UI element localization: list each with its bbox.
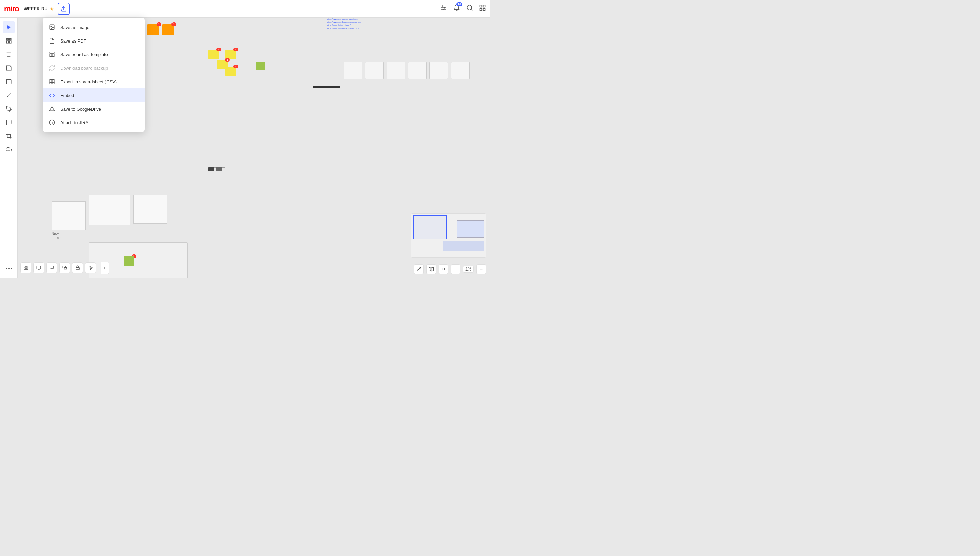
svg-rect-14 (9, 39, 11, 40)
embed-icon (48, 92, 55, 99)
svg-rect-33 (50, 79, 55, 84)
menu-item-save-pdf[interactable]: Save as PDF (42, 34, 145, 48)
zoom-in-button[interactable]: + (476, 264, 486, 274)
svg-rect-46 (76, 267, 80, 270)
menu-item-export-csv[interactable]: Export to spreadsheet (CSV) (42, 75, 145, 89)
sidebar-item-sticky[interactable] (3, 62, 15, 74)
board-black-bar (313, 86, 340, 88)
save-pdf-label: Save as PDF (60, 39, 86, 44)
menu-item-save-template[interactable]: Save board as Template (42, 48, 145, 61)
bottom-tool-chat[interactable] (46, 262, 57, 273)
svg-point-27 (11, 268, 12, 269)
sidebar-item-upload[interactable] (3, 144, 15, 156)
sticky-notification: 1 (225, 58, 230, 61)
svg-rect-9 (480, 5, 482, 8)
sticky-notification: 1 (157, 23, 161, 26)
board-frames-row (344, 62, 470, 79)
bottom-tool-grid[interactable] (20, 262, 31, 273)
svg-rect-22 (6, 79, 11, 84)
sidebar-item-line[interactable] (3, 89, 15, 102)
export-csv-label: Export to spreadsheet (CSV) (60, 79, 117, 84)
save-image-label: Save as image (60, 25, 89, 30)
minimap-item-1 (457, 220, 484, 238)
minimap-inner (412, 214, 486, 257)
sidebar-item-text[interactable] (3, 48, 15, 61)
bottom-tool-present[interactable] (33, 262, 44, 273)
svg-rect-31 (50, 54, 52, 57)
sidebar-item-frames[interactable] (3, 35, 15, 47)
save-gdrive-label: Save to GoogleDrive (60, 107, 101, 112)
svg-line-23 (7, 94, 11, 97)
zoom-controls: − 1% + (414, 264, 486, 274)
sidebar-item-comment[interactable] (3, 116, 15, 129)
notifications-icon[interactable]: 18 (453, 5, 460, 13)
sidebar-item-more[interactable] (3, 262, 15, 275)
zoom-fit-icon[interactable] (414, 264, 424, 274)
svg-rect-12 (483, 8, 485, 11)
svg-point-5 (444, 7, 446, 8)
fit-width-icon[interactable] (439, 264, 448, 274)
notification-badge: 18 (456, 2, 462, 6)
board-stickies-top: 1 1 (147, 24, 174, 36)
minimap[interactable] (411, 213, 486, 258)
svg-rect-15 (6, 41, 8, 43)
star-icon[interactable]: ★ (50, 6, 54, 11)
zoom-map-icon[interactable] (426, 264, 436, 274)
settings-icon[interactable] (440, 5, 447, 13)
attach-jira-label: Attach to JIRA (60, 120, 89, 125)
search-icon[interactable] (466, 5, 473, 13)
svg-rect-13 (6, 39, 8, 40)
export-button[interactable] (58, 3, 70, 15)
svg-marker-47 (89, 266, 92, 270)
save-pdf-icon (48, 37, 55, 44)
board-dark-squares (208, 167, 222, 171)
download-backup-icon (48, 65, 55, 71)
svg-rect-39 (26, 266, 27, 267)
board-sticky-single: 1 (18, 144, 333, 155)
board-name[interactable]: WEEEK.RU (24, 6, 48, 11)
sidebar-item-shape[interactable] (3, 76, 15, 88)
sidebar-item-cursor[interactable] (3, 21, 15, 33)
svg-marker-50 (429, 267, 433, 271)
svg-point-6 (443, 9, 444, 10)
grid-icon[interactable] (479, 5, 486, 13)
zoom-out-button[interactable]: − (451, 264, 460, 274)
sidebar-item-crop[interactable] (3, 130, 15, 142)
left-sidebar (0, 18, 18, 278)
menu-item-save-image[interactable]: Save as image (42, 20, 145, 34)
download-backup-label: Download board backup (60, 66, 108, 71)
svg-line-8 (471, 9, 472, 11)
bottom-tool-multiscreen[interactable] (59, 262, 70, 273)
menu-item-attach-jira[interactable]: Attach to JIRA (42, 116, 145, 129)
topbar-right: 18 (440, 5, 486, 13)
zoom-level-label: 1% (463, 266, 474, 273)
svg-point-26 (8, 268, 10, 269)
svg-rect-16 (9, 41, 11, 43)
save-template-icon (48, 51, 55, 58)
embed-label: Embed (60, 93, 74, 98)
sticky-notification: 1 (233, 48, 238, 52)
svg-rect-32 (52, 54, 55, 57)
toolbar-collapse-btn[interactable] (101, 262, 109, 274)
svg-rect-38 (24, 266, 26, 267)
svg-rect-30 (50, 52, 55, 53)
sidebar-item-pen[interactable] (3, 103, 15, 115)
bottom-tool-share[interactable] (72, 262, 83, 273)
save-image-icon (48, 24, 55, 31)
svg-point-29 (51, 26, 52, 27)
save-template-label: Save board as Template (60, 52, 108, 57)
svg-rect-11 (480, 8, 482, 11)
menu-item-save-gdrive[interactable]: Save to GoogleDrive (42, 102, 145, 116)
attach-jira-icon (48, 119, 55, 126)
menu-item-embed[interactable]: Embed (42, 89, 145, 102)
svg-rect-10 (483, 5, 485, 8)
menu-item-download-backup[interactable]: Download board backup (42, 61, 145, 75)
app-logo: miro (4, 5, 19, 13)
frame-label-new: New frame (52, 232, 61, 239)
svg-line-48 (419, 267, 421, 269)
export-csv-icon (48, 78, 55, 85)
bottom-tool-integrations[interactable] (85, 262, 96, 273)
svg-point-25 (6, 268, 7, 269)
bottom-toolbar (20, 262, 109, 274)
svg-rect-42 (37, 266, 41, 269)
